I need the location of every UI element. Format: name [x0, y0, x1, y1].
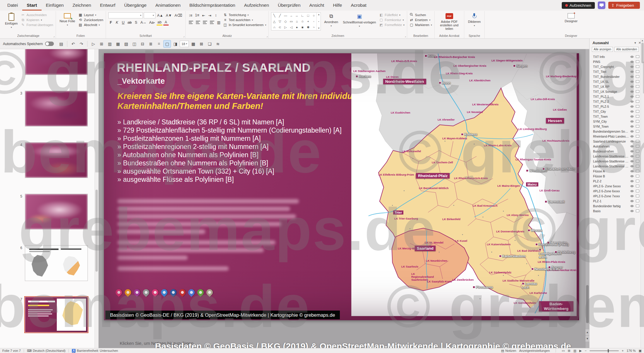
- eye-icon[interactable]: [630, 180, 634, 183]
- slide-thumbnail[interactable]: 5: [0, 194, 98, 229]
- text-direction-button[interactable]: ⇅Textrichtung▾: [223, 13, 266, 17]
- wave-icon[interactable]: ≋: [214, 40, 222, 48]
- accessibility-button[interactable]: ♿Barrierefreiheit: Untersuchen: [72, 349, 118, 353]
- align-text-button[interactable]: ≡Text ausrichten▾: [223, 18, 266, 22]
- eye-icon[interactable]: [630, 135, 634, 138]
- layer-item[interactable]: Flüsse B: [590, 174, 644, 179]
- pattern-icon[interactable]: ▩: [189, 40, 197, 48]
- ribbon-tab[interactable]: Überprüfen: [273, 0, 305, 11]
- canvas-scrollbar[interactable]: ▲ ▼: [585, 49, 589, 348]
- dialog-launcher-icon[interactable]: ⌟: [183, 35, 184, 37]
- layer-item[interactable]: TXT_LK Sonstige: [590, 89, 644, 94]
- eye-icon[interactable]: [630, 115, 634, 118]
- slide-thumbnail-image[interactable]: [25, 142, 88, 178]
- layer-item[interactable]: TXT_Bundesländer: [590, 74, 644, 79]
- layer-item[interactable]: Bundesstraßen: [590, 149, 644, 154]
- ribbon-tab[interactable]: Hilfe: [328, 0, 346, 11]
- previous-slide-button[interactable]: ▲: [585, 329, 589, 335]
- normal-view-icon[interactable]: ▭: [562, 349, 565, 353]
- eye-icon[interactable]: [630, 80, 634, 83]
- character-spacing-button[interactable]: A↔: [140, 20, 148, 25]
- eye-icon[interactable]: [630, 175, 634, 178]
- save-icon[interactable]: ▤: [57, 40, 65, 48]
- layer-item[interactable]: SYM_Town: [590, 124, 644, 129]
- cut-button[interactable]: ✂Ausschneiden: [21, 13, 53, 17]
- eye-icon[interactable]: [630, 55, 634, 58]
- hide-all-button[interactable]: Alle ausblenden: [614, 47, 639, 52]
- eye-icon[interactable]: [630, 95, 634, 98]
- columns-icon[interactable]: ◫: [131, 40, 138, 48]
- layer-item[interactable]: TXT_PLZ-2: [590, 99, 644, 104]
- eye-icon[interactable]: [630, 170, 634, 173]
- share-button[interactable]: ⇧ Freigeben ▾: [608, 2, 640, 9]
- eye-icon[interactable]: [630, 195, 634, 198]
- eye-icon[interactable]: [630, 155, 634, 158]
- layer-item[interactable]: Flüsse A: [590, 169, 644, 174]
- vector-map[interactable]: LK Städteregion AachenLK Rhein-Erft-Krei…: [351, 53, 577, 316]
- designer-button[interactable]: Designer: [563, 12, 579, 24]
- justify-button[interactable]: [209, 19, 215, 25]
- layer-item[interactable]: Bundeslandgrenzen Sonstige: [590, 129, 644, 134]
- eye-icon[interactable]: [630, 150, 634, 153]
- layer-item[interactable]: PLZ-2: [590, 179, 644, 184]
- language-button[interactable]: ⌨Deutsch (Deutschland): [27, 349, 66, 353]
- select-button[interactable]: ▢Markieren▾: [410, 23, 432, 27]
- underline-button[interactable]: U: [121, 20, 126, 25]
- ribbon-tab[interactable]: Einfügen: [42, 0, 68, 11]
- ribbon-tab[interactable]: Bildschirmpräsentation: [185, 0, 240, 11]
- quick-styles-button[interactable]: ▣ Schnellformat-vorlagen▾: [341, 12, 377, 28]
- eye-icon[interactable]: [630, 145, 634, 148]
- align-left-button[interactable]: [188, 19, 194, 25]
- dialog-launcher-icon[interactable]: ⌟: [405, 35, 406, 37]
- slideshow-from-start-icon[interactable]: ▷: [90, 40, 97, 48]
- font-size-combo[interactable]: ▾: [144, 12, 155, 18]
- decrease-indent-button[interactable]: ⇤: [201, 12, 206, 18]
- line-spacing-button[interactable]: ↕: [213, 12, 218, 18]
- eye-icon[interactable]: [630, 165, 634, 168]
- eye-icon[interactable]: [630, 120, 634, 123]
- slide-thumbnail[interactable]: 7: [0, 297, 98, 333]
- layer-item[interactable]: Landkreise-Stadtkreise Sonstige: [590, 164, 644, 169]
- shape-fill-button[interactable]: ◧Fülleffekt▾: [379, 13, 405, 17]
- notes-button[interactable]: ▤Notizen: [501, 349, 516, 353]
- cancel-icon[interactable]: ⊠: [198, 40, 205, 48]
- highlight-text-line2[interactable]: Karteninhalten/Themen und Farben!: [117, 101, 263, 111]
- font-color-button[interactable]: A: [163, 20, 169, 25]
- layer-item[interactable]: Landkreise-Stadtkreise SL: [590, 159, 644, 164]
- align-right-button[interactable]: [202, 19, 208, 25]
- slide-indicator[interactable]: Folie 7 von 7: [2, 349, 21, 352]
- ribbon-tab[interactable]: Animationen: [151, 0, 185, 11]
- grow-font-button[interactable]: A▲: [156, 13, 164, 18]
- fit-to-window-icon[interactable]: ▣: [639, 349, 642, 353]
- eye-icon[interactable]: [630, 125, 634, 128]
- eye-icon[interactable]: [630, 100, 634, 103]
- italic-button[interactable]: K: [114, 20, 120, 25]
- eye-icon[interactable]: [630, 90, 634, 93]
- bold-button[interactable]: F: [108, 20, 114, 25]
- numbered-list-button[interactable]: 1≡: [194, 12, 200, 18]
- slide-subtitle[interactable]: _Vektorkarte: [117, 77, 165, 86]
- shape-outline-button[interactable]: ▢Formkontur▾: [379, 18, 405, 22]
- comments-icon[interactable]: [598, 1, 605, 9]
- layer-item[interactable]: #PLZ-5- Zone 5xxxx: [590, 184, 644, 189]
- eye-icon[interactable]: [630, 185, 634, 188]
- ribbon-tab[interactable]: Zeichnen: [68, 0, 96, 11]
- dialog-launcher-icon[interactable]: ⌟: [266, 35, 268, 37]
- arrange-button[interactable]: ⧉ Anordnen▾: [323, 12, 340, 28]
- autosave-toggle[interactable]: [45, 42, 54, 46]
- highlight-text-line1[interactable]: Kreieren Sie Ihre eigene Karten-Variante…: [117, 91, 372, 101]
- scrollbar-thumb[interactable]: [95, 190, 98, 272]
- zoom-knob[interactable]: [608, 349, 609, 352]
- copy-button[interactable]: ⧉Kopieren▾: [21, 18, 53, 22]
- bullet-list[interactable]: » Landkreise / Stadtkreise (36 RP / 6 SL…: [117, 119, 342, 184]
- next-slide-button[interactable]: ▼: [585, 336, 589, 342]
- display-settings-button[interactable]: Anzeigeeinstellungen: [519, 349, 550, 352]
- ribbon-tab[interactable]: Ansicht: [305, 0, 329, 11]
- shape-icon[interactable]: ▧: [122, 40, 130, 48]
- layer-item[interactable]: Autobahnen: [590, 144, 644, 149]
- list-icon[interactable]: ≣: [147, 40, 155, 48]
- slide-thumbnail[interactable]: 2: [0, 49, 98, 75]
- slide-thumbnail[interactable]: 6: [0, 245, 98, 281]
- chart-icon[interactable]: ▥: [106, 40, 114, 48]
- section-button[interactable]: ▤Abschnitt▾: [78, 23, 103, 27]
